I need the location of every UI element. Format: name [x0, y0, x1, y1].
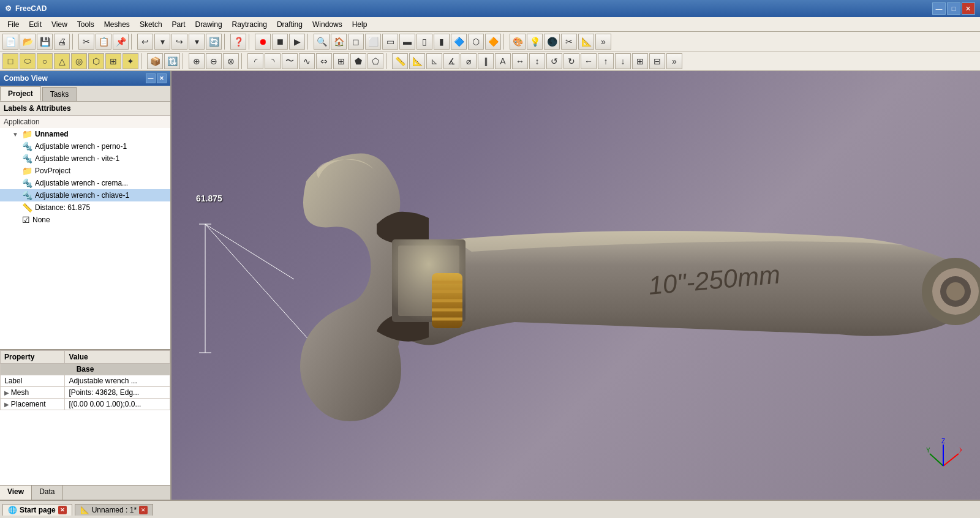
menu-drawing[interactable]: Drawing [190, 19, 227, 30]
torus-primitive[interactable]: ◎ [71, 53, 87, 69]
chamfer[interactable]: ◝ [265, 53, 281, 69]
macro-run[interactable]: ▶ [289, 34, 305, 50]
view-home[interactable]: 🏠 [331, 34, 347, 50]
prop-row-mesh[interactable]: ▶ Mesh [Points: 43628, Edg... [1, 387, 170, 399]
cut-button[interactable]: ✂ [78, 34, 94, 50]
shadow[interactable]: 🌑 [544, 34, 560, 50]
dim2[interactable]: ↕ [529, 53, 545, 69]
prop-row-label[interactable]: Label Adjustable wrench ... [1, 375, 170, 387]
box-primitive[interactable]: □ [2, 53, 18, 69]
redo-dropdown[interactable]: ▾ [189, 34, 205, 50]
draw-style[interactable]: 🎨 [510, 34, 526, 50]
tab-data[interactable]: Data [32, 486, 62, 500]
even-more[interactable]: ✦ [123, 53, 138, 69]
view-rear[interactable]: ▬ [399, 34, 415, 50]
refresh-button[interactable]: 🔄 [206, 34, 222, 50]
titlebar-controls[interactable]: — □ ✕ [932, 2, 975, 15]
tab-unnamed[interactable]: 📐 Unnamed : 1* ✕ [75, 504, 153, 516]
macro-stop[interactable]: ⏹ [272, 34, 288, 50]
expand-placement[interactable]: ▶ [4, 401, 11, 408]
menu-meshes[interactable]: Meshes [99, 19, 135, 30]
mirror[interactable]: ⇔ [316, 53, 332, 69]
prop-mesh-value[interactable]: [Points: 43628, Edg... [65, 387, 170, 399]
view-left[interactable]: ▮ [434, 34, 450, 50]
loft[interactable]: ∿ [299, 53, 315, 69]
tree-area[interactable]: Application ▼ 📁 Unnamed 🔩 Adjustable wre… [0, 116, 170, 350]
boolean-intersect[interactable]: ⊗ [223, 53, 239, 69]
tab-view[interactable]: View [0, 486, 32, 500]
tree-item-2[interactable]: 📁 PovProject [0, 165, 170, 177]
boolean-cut[interactable]: ⊖ [206, 53, 222, 69]
help-button[interactable]: ❓ [230, 34, 246, 50]
sweep[interactable]: 〜 [282, 53, 298, 69]
more-primitives[interactable]: ⊞ [105, 53, 121, 69]
view-front[interactable]: ◻ [348, 34, 364, 50]
print-button[interactable]: 🖨 [54, 34, 70, 50]
viewport[interactable]: 61.875 [172, 71, 980, 500]
minimize-button[interactable]: — [932, 2, 946, 15]
extrude[interactable]: 📦 [147, 53, 163, 69]
revolve[interactable]: 🔃 [164, 53, 180, 69]
paste-button[interactable]: 📌 [113, 34, 129, 50]
combo-minimize-button[interactable]: — [146, 73, 156, 83]
sphere-primitive[interactable]: ○ [37, 53, 53, 69]
tab-project[interactable]: Project [0, 86, 41, 101]
tree-item-3[interactable]: 🔩 Adjustable wrench - crema... [0, 177, 170, 189]
text-anno[interactable]: A [495, 53, 511, 69]
fillet[interactable]: ◜ [247, 53, 263, 69]
menu-drafting[interactable]: Drafting [272, 19, 307, 30]
view-persp[interactable]: 🔶 [485, 34, 501, 50]
rotate-right[interactable]: ↻ [564, 53, 579, 69]
move-left[interactable]: ← [581, 53, 597, 69]
measure2[interactable]: 📏 [392, 53, 408, 69]
snap2[interactable]: ⊟ [649, 53, 665, 69]
unnamed-close[interactable]: ✕ [139, 506, 148, 514]
copy-button[interactable]: 📋 [96, 34, 111, 50]
tree-item-5[interactable]: 📏 Distance: 61.875 [0, 201, 170, 214]
expand-mesh[interactable]: ▶ [4, 389, 11, 396]
tab-tasks[interactable]: Tasks [42, 87, 77, 101]
view-axo[interactable]: 🔷 [451, 34, 467, 50]
menu-sketch[interactable]: Sketch [135, 19, 167, 30]
menu-edit[interactable]: Edit [24, 19, 47, 30]
cone-primitive[interactable]: △ [54, 53, 70, 69]
menu-part[interactable]: Part [167, 19, 190, 30]
expand-unnamed[interactable]: ▼ [12, 131, 20, 138]
prop-label-value[interactable]: Adjustable wrench ... [65, 375, 170, 387]
offset[interactable]: ⬟ [350, 53, 366, 69]
menu-raytracing[interactable]: Raytracing [227, 19, 272, 30]
close-button[interactable]: ✕ [962, 2, 975, 15]
measure3[interactable]: 📐 [409, 53, 425, 69]
tb-more[interactable]: » [595, 34, 611, 50]
view-top[interactable]: ⬜ [365, 34, 381, 50]
menu-windows[interactable]: Windows [307, 19, 347, 30]
tube-primitive[interactable]: ⬡ [88, 53, 104, 69]
tab-start-page[interactable]: 🌐 Start page ✕ [2, 504, 72, 516]
rotate-left[interactable]: ↺ [546, 53, 562, 69]
menu-tools[interactable]: Tools [72, 19, 99, 30]
redo-button[interactable]: ↪ [172, 34, 187, 50]
move-up[interactable]: ↑ [598, 53, 614, 69]
constraint2[interactable]: ∡ [443, 53, 459, 69]
measure-linear[interactable]: 📐 [578, 34, 594, 50]
array[interactable]: ⊞ [333, 53, 349, 69]
combo-header-controls[interactable]: — ✕ [146, 73, 167, 83]
dim1[interactable]: ↔ [512, 53, 528, 69]
undo-button[interactable]: ↩ [137, 34, 153, 50]
tree-item-unnamed[interactable]: ▼ 📁 Unnamed [0, 128, 170, 140]
view-right[interactable]: ▭ [382, 34, 398, 50]
view-ortho[interactable]: ⬡ [468, 34, 484, 50]
clip-plane[interactable]: ✂ [561, 34, 577, 50]
constraint1[interactable]: ⊾ [426, 53, 442, 69]
menu-help[interactable]: Help [347, 19, 372, 30]
tree-item-0[interactable]: 🔩 Adjustable wrench - perno-1 [0, 140, 170, 152]
thickness[interactable]: ⬠ [368, 53, 383, 69]
constraint4[interactable]: ∥ [478, 53, 494, 69]
maximize-button[interactable]: □ [947, 2, 960, 15]
cylinder-primitive[interactable]: ⬭ [20, 53, 36, 69]
tree-item-1[interactable]: 🔩 Adjustable wrench - vite-1 [0, 152, 170, 165]
lights[interactable]: 💡 [527, 34, 543, 50]
constraint3[interactable]: ⌀ [461, 53, 477, 69]
prop-row-placement[interactable]: ▶ Placement [(0.00 0.00 1.00);0.0... [1, 399, 170, 410]
prop-placement-value[interactable]: [(0.00 0.00 1.00);0.0... [65, 399, 170, 410]
